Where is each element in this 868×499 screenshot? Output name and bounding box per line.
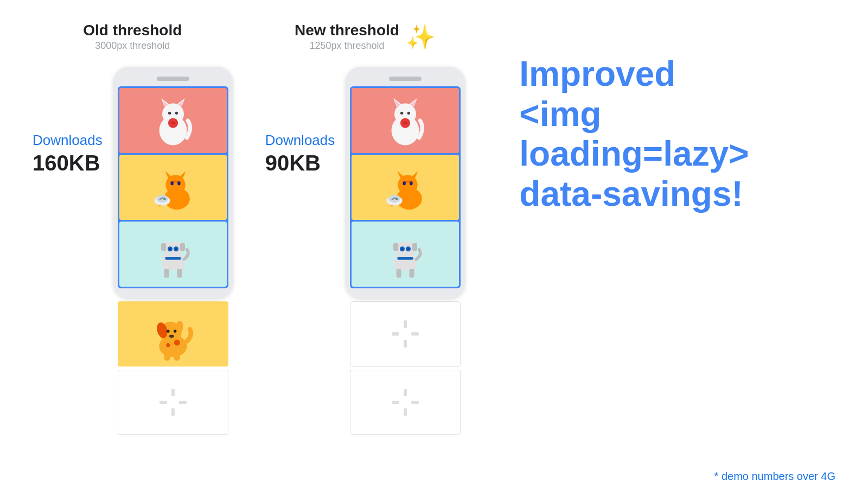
svg-point-64	[401, 248, 404, 250]
new-phone	[346, 67, 465, 298]
svg-point-13	[170, 181, 173, 185]
new-downloads-label: Downloads	[265, 132, 335, 149]
svg-marker-51	[398, 171, 405, 178]
svg-marker-11	[165, 171, 172, 178]
svg-point-7	[175, 112, 177, 115]
old-downloads-size: 160KB	[33, 151, 100, 175]
new-orange-cat-image	[352, 155, 459, 220]
svg-rect-18	[162, 254, 183, 270]
svg-point-14	[177, 181, 180, 185]
svg-point-35	[169, 334, 174, 338]
svg-rect-60	[393, 243, 398, 251]
old-downloads-label: Downloads	[33, 132, 103, 149]
improved-line2: <img loading=lazy>	[519, 94, 749, 174]
svg-rect-59	[397, 242, 414, 256]
svg-point-16	[156, 195, 168, 203]
new-loading-card-2	[350, 370, 461, 435]
new-loading-spinner-2	[392, 389, 419, 416]
old-loading-spinner	[159, 389, 187, 416]
old-threshold-title: Old threshold	[83, 22, 182, 39]
svg-point-6	[168, 112, 171, 115]
svg-point-56	[388, 195, 400, 203]
svg-point-54	[410, 181, 412, 185]
svg-rect-39	[174, 352, 180, 361]
phone-notch	[157, 77, 189, 81]
new-threshold-subtitle: 1250px threshold	[295, 40, 399, 52]
svg-rect-26	[165, 257, 181, 260]
svg-rect-20	[161, 243, 166, 251]
svg-rect-58	[394, 254, 416, 270]
svg-marker-52	[411, 171, 418, 178]
svg-point-34	[174, 330, 177, 333]
new-cat-image	[352, 88, 459, 153]
right-content: Improved <img loading=lazy> data-savings…	[497, 22, 835, 214]
svg-point-65	[407, 248, 410, 250]
svg-point-36	[174, 340, 180, 346]
new-loading-spinner-1	[392, 320, 419, 348]
old-phone	[113, 67, 233, 298]
svg-rect-21	[180, 243, 184, 251]
old-below-phone	[118, 301, 228, 435]
sparkle-icon: ✨	[406, 25, 436, 49]
svg-rect-68	[410, 269, 414, 278]
svg-point-47	[407, 112, 410, 115]
improved-line3: data-savings!	[519, 174, 743, 213]
svg-point-37	[166, 343, 170, 347]
new-phone-notch	[389, 77, 422, 81]
svg-marker-12	[179, 171, 186, 178]
svg-point-25	[175, 248, 177, 250]
old-loading-card	[118, 370, 228, 435]
svg-rect-66	[398, 257, 413, 260]
old-cat-image	[119, 88, 227, 153]
old-yellow-dog-card	[118, 301, 228, 367]
svg-rect-67	[397, 269, 401, 278]
svg-point-46	[400, 112, 403, 115]
new-below-phone	[350, 301, 461, 435]
svg-point-50	[398, 175, 418, 194]
old-phone-screen	[118, 86, 228, 288]
new-threshold-title: New threshold	[295, 22, 399, 39]
new-loading-card-1	[350, 301, 461, 367]
new-robot-dog-image	[352, 222, 459, 287]
svg-rect-19	[164, 242, 182, 256]
old-robot-dog-image	[119, 222, 227, 287]
demo-note: * demo numbers over 4G	[714, 470, 835, 483]
svg-point-53	[403, 181, 406, 185]
svg-rect-28	[177, 269, 182, 278]
old-orange-cat-image	[119, 155, 227, 220]
new-downloads-size: 90KB	[265, 151, 321, 175]
svg-point-33	[167, 330, 170, 333]
improved-line1: Improved	[519, 54, 675, 93]
svg-rect-61	[412, 243, 417, 251]
new-phone-screen	[350, 86, 461, 288]
svg-point-24	[169, 248, 171, 250]
svg-point-10	[165, 175, 185, 194]
improved-text: Improved <img loading=lazy> data-savings…	[519, 54, 835, 214]
old-threshold-subtitle: 3000px threshold	[83, 40, 182, 52]
svg-rect-38	[164, 352, 170, 361]
svg-rect-27	[164, 269, 169, 278]
